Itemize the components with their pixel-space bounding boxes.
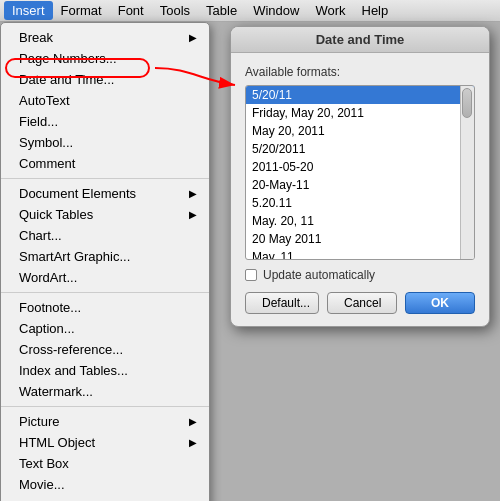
menu-item-watermark[interactable]: Watermark... [1, 381, 209, 402]
menubar-item-tools[interactable]: Tools [152, 1, 198, 20]
menubar-item-work[interactable]: Work [307, 1, 353, 20]
menu-item-break[interactable]: Break ▶ [1, 27, 209, 48]
insert-menu: Break ▶ Page Numbers... Date and Time...… [0, 22, 210, 501]
menu-item-quick-tables[interactable]: Quick Tables ▶ [1, 204, 209, 225]
scrollbar-track[interactable] [460, 86, 474, 259]
format-item-3[interactable]: 5/20/2011 [246, 140, 474, 158]
format-item-5[interactable]: 20-May-11 [246, 176, 474, 194]
dialog-buttons: Default... Cancel OK [245, 292, 475, 314]
separator-1 [1, 178, 209, 179]
submenu-arrow-quick-tables: ▶ [189, 209, 197, 220]
submenu-arrow-doc-elements: ▶ [189, 188, 197, 199]
update-row: Update automatically [245, 268, 475, 282]
format-item-7[interactable]: May. 20, 11 [246, 212, 474, 230]
menubar: Insert Format Font Tools Table Window Wo… [0, 0, 500, 22]
menu-item-date-time[interactable]: Date and Time... [1, 69, 209, 90]
format-item-0[interactable]: 5/20/11 [246, 86, 474, 104]
menu-item-chart[interactable]: Chart... [1, 225, 209, 246]
date-time-dialog: Date and Time Available formats: 5/20/11… [230, 26, 490, 327]
dialog-title: Date and Time [231, 27, 489, 53]
menubar-item-format[interactable]: Format [53, 1, 110, 20]
menu-item-caption[interactable]: Caption... [1, 318, 209, 339]
menu-item-cross-reference[interactable]: Cross-reference... [1, 339, 209, 360]
default-button[interactable]: Default... [245, 292, 319, 314]
submenu-arrow-picture: ▶ [189, 416, 197, 427]
menubar-item-help[interactable]: Help [354, 1, 397, 20]
menu-item-index-tables[interactable]: Index and Tables... [1, 360, 209, 381]
format-item-2[interactable]: May 20, 2011 [246, 122, 474, 140]
menu-item-text-box[interactable]: Text Box [1, 453, 209, 474]
format-item-6[interactable]: 5.20.11 [246, 194, 474, 212]
update-automatically-label: Update automatically [263, 268, 375, 282]
menu-item-picture[interactable]: Picture ▶ [1, 411, 209, 432]
format-item-8[interactable]: 20 May 2011 [246, 230, 474, 248]
menu-item-smartart[interactable]: SmartArt Graphic... [1, 246, 209, 267]
submenu-arrow-break: ▶ [189, 32, 197, 43]
separator-2 [1, 292, 209, 293]
ok-button[interactable]: OK [405, 292, 475, 314]
format-list[interactable]: 5/20/11Friday, May 20, 2011May 20, 20115… [246, 86, 474, 259]
scrollbar-thumb[interactable] [462, 88, 472, 118]
separator-3 [1, 406, 209, 407]
dialog-body: Available formats: 5/20/11Friday, May 20… [231, 53, 489, 326]
format-item-1[interactable]: Friday, May 20, 2011 [246, 104, 474, 122]
menubar-item-insert[interactable]: Insert [4, 1, 53, 20]
menu-item-comment[interactable]: Comment [1, 153, 209, 174]
format-list-container: 5/20/11Friday, May 20, 2011May 20, 20115… [245, 85, 475, 260]
menu-item-field[interactable]: Field... [1, 111, 209, 132]
menu-item-html-object[interactable]: HTML Object ▶ [1, 432, 209, 453]
cancel-button[interactable]: Cancel [327, 292, 397, 314]
menu-item-page-numbers[interactable]: Page Numbers... [1, 48, 209, 69]
menu-item-file[interactable]: File... [1, 495, 209, 501]
submenu-arrow-html-object: ▶ [189, 437, 197, 448]
menubar-item-table[interactable]: Table [198, 1, 245, 20]
format-item-9[interactable]: May, 11 [246, 248, 474, 259]
format-item-4[interactable]: 2011-05-20 [246, 158, 474, 176]
menu-item-movie[interactable]: Movie... [1, 474, 209, 495]
menubar-item-window[interactable]: Window [245, 1, 307, 20]
menu-item-footnote[interactable]: Footnote... [1, 297, 209, 318]
update-automatically-checkbox[interactable] [245, 269, 257, 281]
menu-item-document-elements[interactable]: Document Elements ▶ [1, 183, 209, 204]
menu-item-wordart[interactable]: WordArt... [1, 267, 209, 288]
menubar-item-font[interactable]: Font [110, 1, 152, 20]
menu-item-autotext[interactable]: AutoText [1, 90, 209, 111]
formats-label: Available formats: [245, 65, 475, 79]
menu-item-symbol[interactable]: Symbol... [1, 132, 209, 153]
